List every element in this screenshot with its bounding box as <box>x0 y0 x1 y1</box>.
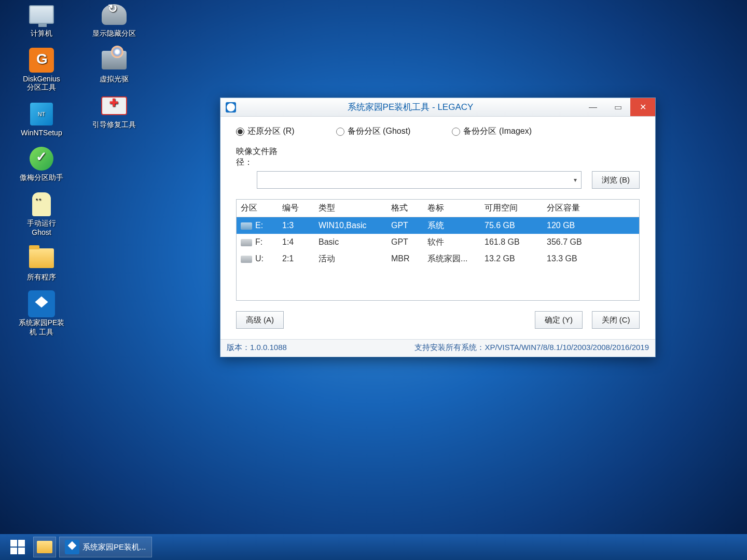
ok-button[interactable]: 确定 (Y) <box>535 311 583 329</box>
pe-installer-icon[interactable]: 系统家园PE装 机 工具 <box>10 291 73 337</box>
computer-icon[interactable]: 计算机 <box>10 2 73 38</box>
all-programs-icon[interactable]: 所有程序 <box>10 246 73 282</box>
virtual-cdrom-icon[interactable]: 虚拟光驱 <box>83 48 145 84</box>
icon-label: DiskGenius 分区工具 <box>10 75 73 92</box>
table-header: 分区 编号 类型 格式 卷标 可用空间 分区容量 <box>237 200 639 217</box>
drive-icon <box>241 239 252 246</box>
browse-button[interactable]: 浏览 (B) <box>592 171 640 189</box>
aomei-partition-icon-glyph <box>30 147 53 171</box>
icon-label: 引导修复工具 <box>83 120 145 130</box>
pe-installer-window: 系统家园PE装机工具 - LEGACY — ▭ ✕ 还原分区 (R) 备份分区 … <box>220 97 656 357</box>
svg-point-0 <box>227 103 235 111</box>
folder-icon <box>37 541 52 553</box>
mode-radio-group: 还原分区 (R) 备份分区 (Ghost) 备份分区 (Imagex) <box>236 126 640 137</box>
taskbar: 系统家园PE装机... <box>0 534 747 560</box>
advanced-button[interactable]: 高级 (A) <box>236 311 284 329</box>
pe-installer-icon-glyph <box>28 290 55 317</box>
backup-ghost-radio[interactable]: 备份分区 (Ghost) <box>336 126 411 137</box>
table-row[interactable]: E:1:3WIN10,BasicGPT系统75.6 GB120 GB <box>237 217 639 234</box>
icon-label: 系统家园PE装 机 工具 <box>10 318 73 337</box>
icon-label: 傲梅分区助手 <box>10 173 73 183</box>
window-title: 系统家园PE装机工具 - LEGACY <box>240 101 580 113</box>
virtual-cdrom-icon-glyph <box>102 51 127 69</box>
boot-repair-icon[interactable]: 引导修复工具 <box>83 93 145 130</box>
boot-repair-icon-glyph <box>101 96 127 115</box>
titlebar[interactable]: 系统家园PE装机工具 - LEGACY — ▭ ✕ <box>220 98 655 117</box>
show-hidden-partition-icon-glyph <box>102 4 127 25</box>
icon-label: 手动运行 Ghost <box>10 219 73 236</box>
drive-icon <box>241 222 252 230</box>
icon-label: 计算机 <box>10 29 73 38</box>
close-button[interactable]: ✕ <box>630 98 655 116</box>
drive-icon <box>241 256 252 263</box>
maximize-button[interactable]: ▭ <box>605 98 630 116</box>
icon-label: 虚拟光驱 <box>83 75 145 84</box>
restore-partition-radio[interactable]: 还原分区 (R) <box>236 126 295 137</box>
diskgenius-icon-glyph <box>29 48 54 73</box>
chevron-down-icon: ▾ <box>574 176 577 184</box>
table-row[interactable]: F:1:4BasicGPT软件161.8 GB356.7 GB <box>237 234 639 250</box>
taskbar-running-app[interactable]: 系统家园PE装机... <box>59 537 152 557</box>
manual-ghost-icon-glyph <box>32 192 51 216</box>
status-footer: 版本：1.0.0.1088 支持安装所有系统：XP/VISTA/WIN7/8/8… <box>220 339 655 357</box>
all-programs-icon-glyph <box>29 248 54 268</box>
computer-icon-glyph <box>29 5 54 24</box>
windows-logo-icon <box>10 540 25 554</box>
taskbar-folder-button[interactable] <box>33 537 56 557</box>
manual-ghost-icon[interactable]: 手动运行 Ghost <box>10 192 73 236</box>
support-text: 支持安装所有系统：XP/VISTA/WIN7/8/8.1/10/2003/200… <box>414 343 649 353</box>
version-text: 版本：1.0.0.1088 <box>227 343 287 353</box>
winntsetup-icon[interactable]: NTWinNTSetup <box>10 102 73 137</box>
minimize-button[interactable]: — <box>580 98 605 116</box>
image-path-combobox[interactable]: ▾ <box>257 171 582 189</box>
icon-label: WinNTSetup <box>10 129 73 137</box>
cancel-button[interactable]: 关闭 (C) <box>592 311 640 329</box>
pe-app-icon <box>65 540 79 554</box>
table-row[interactable]: U:2:1活动MBR系统家园...13.2 GB13.3 GB <box>237 250 639 267</box>
winntsetup-icon-glyph: NT <box>30 103 53 125</box>
partition-table: 分区 编号 类型 格式 卷标 可用空间 分区容量 E:1:3WIN10,Basi… <box>236 199 640 301</box>
icon-label: 所有程序 <box>10 273 73 282</box>
backup-imagex-radio[interactable]: 备份分区 (Imagex) <box>452 126 532 137</box>
app-icon <box>226 102 236 113</box>
icon-label: 显示隐藏分区 <box>83 29 145 38</box>
aomei-partition-icon[interactable]: 傲梅分区助手 <box>10 146 73 183</box>
diskgenius-icon[interactable]: DiskGenius 分区工具 <box>10 48 73 92</box>
show-hidden-partition-icon[interactable]: 显示隐藏分区 <box>83 2 145 38</box>
start-button[interactable] <box>5 537 30 557</box>
image-path-label: 映像文件路径： <box>236 146 293 168</box>
